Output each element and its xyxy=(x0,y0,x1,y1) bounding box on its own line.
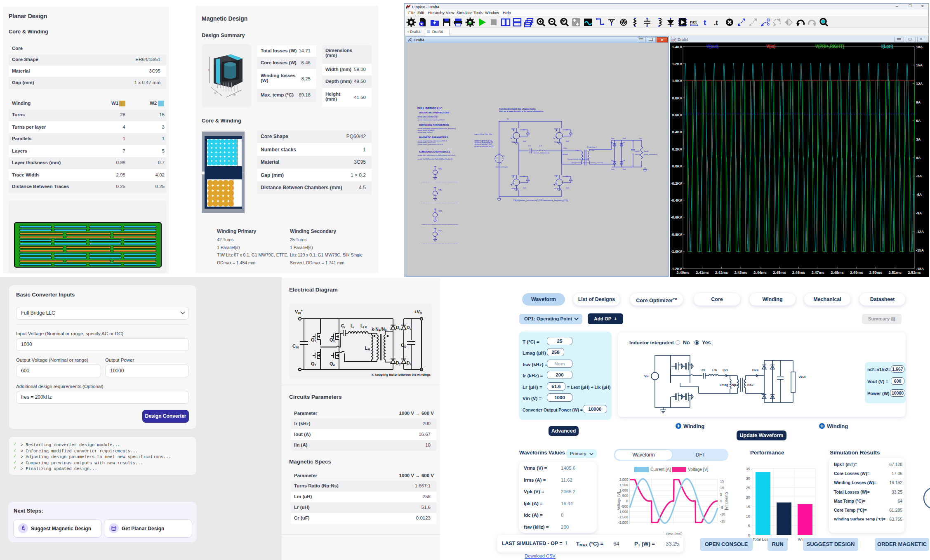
svg-text:PULSE(0 12 0 1n 1n {0.5/switch: PULSE(0 12 0 1n 1n {0.5/switching_freque… xyxy=(421,181,458,183)
svg-text:D3: D3 xyxy=(566,129,568,131)
svg-text:PULSE(0 12 0 1n 1n {0.5/switch: PULSE(0 12 0 1n 1n {0.5/switching_freque… xyxy=(421,202,458,204)
svg-text:0: 0 xyxy=(626,499,628,503)
svg-text:0.4KV: 0.4KV xyxy=(672,130,683,134)
svg-text:Cr1: Cr1 xyxy=(528,145,531,147)
svg-text:3A: 3A xyxy=(916,137,921,141)
svg-text:2.47ms: 2.47ms xyxy=(811,271,824,275)
svg-text:(magnetizing_inductance/turns_: (magnetizing_inductance/turns_ratio**2) xyxy=(572,162,603,164)
svg-text:1,500: 1,500 xyxy=(619,483,629,487)
svg-text:VA1: VA1 xyxy=(438,167,442,170)
svg-text:2.48ms: 2.48ms xyxy=(831,271,844,275)
svg-text:(load_resistance): (load_resistance) xyxy=(644,153,658,155)
svg-text:Q2: Q2 xyxy=(311,361,316,367)
svg-text:Dall: Dall xyxy=(566,187,569,189)
svg-text:VIN+: VIN+ xyxy=(295,309,303,315)
svg-text:D4: D4 xyxy=(566,175,568,177)
svg-text:CR(1/((series_inductance)*(2*P: CR(1/((series_inductance)*(2*PI*resonanc… xyxy=(513,199,568,202)
svg-text:VB1: VB1 xyxy=(438,188,443,191)
svg-text:PULSE(0 12 0 1n 1n {0.5/switch: PULSE(0 12 0 1n 1n {0.5/switching_freque… xyxy=(421,224,458,225)
svg-text:RIGHT: RIGHT xyxy=(563,153,568,155)
svg-text:D2: D2 xyxy=(523,129,525,131)
svg-text:Rout5: Rout5 xyxy=(644,150,649,152)
svg-text:0: 0 xyxy=(720,499,722,503)
svg-text:2.51ms: 2.51ms xyxy=(888,271,902,275)
svg-text:(magnetizing_inductance): (magnetizing_inductance) xyxy=(567,158,588,160)
svg-text:D7: D7 xyxy=(623,141,625,144)
svg-text:D6: D6 xyxy=(611,160,614,162)
svg-text:.model Dall D(Ron=1m Roff=100M: .model Dall D(Ron=1m Roff=100Meg Vfwd=0.… xyxy=(417,158,453,160)
svg-text:SW1: SW1 xyxy=(511,174,516,176)
svg-text:2.40ms: 2.40ms xyxy=(676,271,690,275)
svg-text:0A: 0A xyxy=(916,156,921,160)
svg-text:12A: 12A xyxy=(916,82,923,86)
svg-text:.ac: .ac xyxy=(467,21,472,25)
svg-text:2.42ms: 2.42ms xyxy=(715,271,728,275)
svg-text:.options cshunt=1e-15: .options cshunt=1e-15 xyxy=(474,146,494,148)
svg-text:PRI+: PRI+ xyxy=(563,147,567,149)
svg-text:Np1: Np1 xyxy=(732,383,738,387)
svg-text:FULL BRIDGE LLC: FULL BRIDGE LLC xyxy=(417,107,443,110)
svg-text:0.0KV: 0.0KV xyxy=(672,164,683,168)
svg-text:Lr: Lr xyxy=(351,323,354,329)
svg-text:D: D xyxy=(214,92,216,94)
svg-text:Vout: Vout xyxy=(798,375,806,379)
svg-text:VD1: VD1 xyxy=(438,229,443,232)
svg-text:(series_inductance): (series_inductance) xyxy=(534,152,549,154)
svg-text:Dall: Dall xyxy=(566,140,569,142)
svg-text:9A: 9A xyxy=(916,100,921,104)
svg-text:18A: 18A xyxy=(916,45,923,49)
svg-text:Lmag: Lmag xyxy=(720,383,728,387)
svg-text:Frenetic developed this LTspic: Frenetic developed this LTspice model. xyxy=(499,108,536,110)
svg-text:D1: D1 xyxy=(396,325,401,330)
svg-text:Cr: Cr xyxy=(341,323,346,329)
svg-text:CIN: CIN xyxy=(292,344,299,349)
svg-text:Cr: Cr xyxy=(702,368,705,372)
svg-text:-5: -5 xyxy=(720,506,723,510)
svg-text:SEMICONDUCTOR MODELS: SEMICONDUCTOR MODELS xyxy=(419,151,450,153)
svg-text:Dall: Dall xyxy=(623,168,626,170)
svg-text:-1,500: -1,500 xyxy=(618,515,628,519)
svg-text:10: 10 xyxy=(720,486,724,490)
svg-text:2.46ms: 2.46ms xyxy=(792,271,805,275)
svg-text:0: 0 xyxy=(748,533,750,537)
svg-text:SB1: SB1 xyxy=(511,188,515,190)
svg-text:Dall: Dall xyxy=(523,187,526,189)
svg-text:VC1: VC1 xyxy=(438,210,443,212)
svg-text:IN: IN xyxy=(507,118,509,120)
svg-text:5: 5 xyxy=(748,523,750,528)
svg-text:35: 35 xyxy=(746,466,750,471)
svg-text:k: coupling factor between the: k: coupling factor between the windings xyxy=(372,373,431,376)
svg-text:Visit us at www.frenetic.ai fo: Visit us at www.frenetic.ai for more inf… xyxy=(499,111,544,113)
svg-text:SW1: SW1 xyxy=(511,128,516,130)
svg-text:2.41ms: 2.41ms xyxy=(696,271,709,275)
svg-text:Lpri: Lpri xyxy=(576,149,579,151)
svg-text:5: 5 xyxy=(720,492,722,496)
svg-text:.t: .t xyxy=(714,19,718,26)
svg-text:0.2KV: 0.2KV xyxy=(672,147,683,151)
svg-text:V: V xyxy=(622,21,625,25)
svg-text:2.43ms: 2.43ms xyxy=(734,271,747,275)
svg-text:2.50ms: 2.50ms xyxy=(869,271,883,275)
svg-text:D3: D3 xyxy=(407,325,412,330)
svg-text:H: H xyxy=(208,69,210,71)
svg-text:{input_voltage}: {input_voltage} xyxy=(496,166,508,168)
svg-text:-1.0KV: -1.0KV xyxy=(671,249,683,254)
svg-text:D8: D8 xyxy=(623,160,625,162)
svg-text:-15A: -15A xyxy=(916,248,924,252)
svg-text:-0.4KV: -0.4KV xyxy=(671,198,683,202)
svg-text:1.2KV: 1.2KV xyxy=(672,62,683,66)
svg-text:Q4: Q4 xyxy=(330,361,335,367)
svg-text:+VO: +VO xyxy=(414,309,422,315)
svg-text:SW1: SW1 xyxy=(554,174,558,176)
svg-text:1,000: 1,000 xyxy=(619,488,629,492)
svg-text:25: 25 xyxy=(746,485,750,490)
svg-text:W: W xyxy=(233,94,235,96)
svg-text:Ipri: Ipri xyxy=(723,368,728,372)
svg-text:15A: 15A xyxy=(916,63,923,67)
svg-text:net: net xyxy=(690,19,697,24)
svg-text:V1: V1 xyxy=(502,155,505,157)
svg-text:-0.6KV: -0.6KV xyxy=(671,215,683,219)
svg-text:Llk: Llk xyxy=(712,368,717,372)
svg-text:1.0KV: 1.0KV xyxy=(672,79,683,83)
svg-text:D5: D5 xyxy=(523,175,525,177)
